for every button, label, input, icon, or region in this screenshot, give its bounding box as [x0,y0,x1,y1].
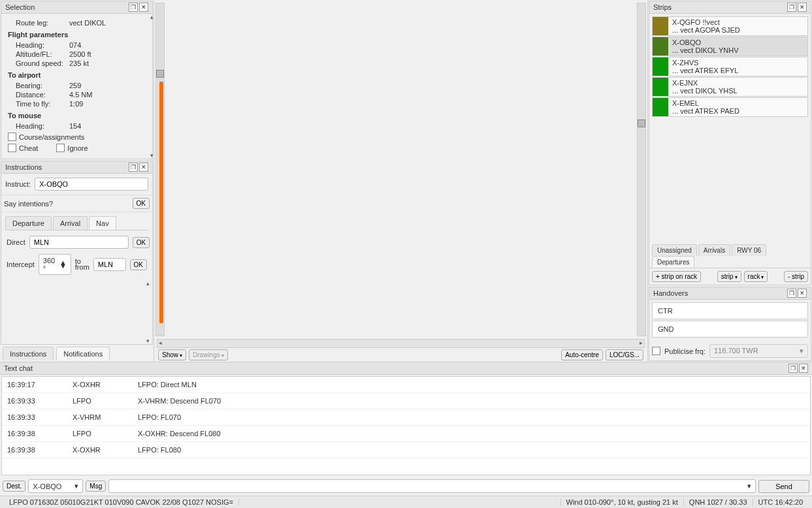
restore-icon[interactable]: ❐ [788,364,798,373]
cheat-checkbox[interactable] [8,144,16,152]
dest-value: X-OBQO [33,483,61,490]
close-icon[interactable]: ✕ [799,364,808,373]
handover-gnd[interactable]: GND [652,321,808,338]
ignore-checkbox[interactable] [56,144,65,152]
frequency-value: 118.700 TWR [714,347,758,355]
tab-rwy06[interactable]: RWY 06 [732,244,766,256]
strip-line2: ... vect AGOPA SJED [672,26,804,34]
dest-select[interactable]: X-OBQO▾ [28,479,83,493]
handovers-title: Handovers [653,289,787,297]
status-bar: LFPO 071630Z 05010G21KT 010V090 CAVOK 22… [0,496,812,508]
close-icon[interactable]: ✕ [798,289,807,298]
strip-line2: ... vect DIKOL YNHV [672,46,804,54]
strip-color [653,78,668,96]
chat-sender: X-VHRM [73,413,138,421]
scroll-down-icon[interactable]: ▾ [146,338,150,344]
flight-strip[interactable]: X-QGFO !!vect... vect AGOPA SJED [652,16,808,36]
publicise-checkbox[interactable] [652,347,660,355]
direct-ok-button[interactable]: OK [133,237,150,248]
say-ok-button[interactable]: OK [133,198,150,209]
tab-unassigned[interactable]: Unassigned [652,244,697,256]
strip-line2: ... vect DIKOL YHSL [672,87,804,95]
restore-icon[interactable]: ❐ [787,3,796,12]
msg-button[interactable]: Msg [86,481,106,492]
chat-row: 16:39:38X-OXHRLFPO: FL080 [2,442,810,458]
chat-sender: LFPO [73,430,138,437]
handovers-panel: Handovers ❐ ✕ CTR GND Publicise frq: 118… [649,287,811,361]
frequency-select[interactable]: 118.700 TWR▾ [709,344,808,358]
chat-message: LFPO: Direct MLN [138,381,197,389]
strips-panel: Strips ❐ ✕ X-QGFO !!vect... vect AGOPA S… [649,1,811,285]
chat-row: 16:39:38LFPOX-OXHR: Descend FL080 [2,426,810,442]
tab-instructions[interactable]: Instructions [3,347,54,360]
dest-button[interactable]: Dest. [3,481,25,492]
tab-notifications[interactable]: Notifications [56,347,110,360]
intercept-degree-stepper[interactable]: 360 °▲▼ [39,254,71,275]
scroll-down-icon[interactable]: ▾ [150,152,154,159]
right-slider[interactable] [637,3,646,336]
restore-icon[interactable]: ❐ [787,289,796,298]
horizontal-scrollbar[interactable]: ◂ ▸ [157,339,645,348]
distance-label: Distance: [16,91,69,99]
strip-color [653,57,668,76]
tab-departure[interactable]: Departure [5,216,52,230]
chat-message: X-VHRM: Descend FL070 [138,397,221,405]
selection-panel: Selection ❐ ✕ Route leg:vect DIKOL Fligh… [1,1,153,159]
instruct-label: Instruct: [5,180,31,188]
strip-line1: X-EJNX [672,79,804,87]
say-intentions-label: Say intentions? [4,200,129,208]
remove-strip-button[interactable]: - strip [784,271,808,282]
chat-message: X-OXHR: Descend FL080 [138,430,221,437]
flight-strip[interactable]: X-OBQO... vect DIKOL YNHV [652,37,808,56]
chat-time: 16:39:33 [7,397,73,405]
chat-title: Text chat [4,364,788,372]
direct-input[interactable] [29,236,129,249]
restore-icon[interactable]: ❐ [129,3,138,12]
intercept-input[interactable] [93,258,126,271]
strip-color [653,37,668,56]
tab-departures[interactable]: Departures [652,256,694,268]
chat-input[interactable]: ▾ [108,479,756,493]
drawings-button[interactable]: Drawings [189,349,228,360]
to-airport-heading: To airport [8,71,146,79]
flight-strip[interactable]: X-ZHVS... vect ATREX EFYL [652,57,808,76]
chat-time: 16:39:17 [7,381,73,389]
instruct-input[interactable] [35,178,148,191]
strip-line1: X-OBQO [672,39,804,46]
locgs-button[interactable]: LOC/GS... [606,349,643,360]
add-strip-button[interactable]: + strip on rack [652,271,701,282]
instructions-title: Instructions [5,163,129,171]
flight-strip[interactable]: X-EJNX... vect DIKOL YHSL [652,77,808,97]
autocentre-button[interactable]: Auto-centre [561,349,603,360]
status-qnh: QNH 1027 / 30.33 [684,498,753,506]
chat-row: 16:39:17X-OXHRLFPO: Direct MLN [2,377,810,393]
close-icon[interactable]: ✕ [798,3,807,12]
close-icon[interactable]: ✕ [139,3,148,12]
send-button[interactable]: Send [758,480,809,493]
close-icon[interactable]: ✕ [139,163,148,172]
vertical-range-slider[interactable] [159,82,163,323]
chat-sender: LFPO [73,397,138,405]
groundspeed-label: Ground speed: [16,59,69,67]
route-leg-value: vect DIKOL [69,19,106,27]
intercept-ok-button[interactable]: OK [130,259,147,270]
tab-arrival[interactable]: Arrival [53,216,88,230]
course-checkbox[interactable] [8,133,16,141]
cheat-label: Cheat [19,144,38,152]
strip-color [653,17,668,35]
intercept-label: Intercept [7,261,35,268]
rack-button[interactable]: rack [744,271,768,282]
tab-arrivals[interactable]: Arrivals [698,244,730,256]
scroll-up-icon[interactable]: ▴ [150,14,154,20]
instructions-panel: Instructions ❐ ✕ Instruct: Say intention… [1,161,153,345]
show-button[interactable]: Show [158,349,186,360]
handover-ctr[interactable]: CTR [652,302,808,319]
restore-icon[interactable]: ❐ [129,163,138,172]
flight-strip[interactable]: X-EMEL... vect ATREX PAED [652,97,808,117]
strip-line2: ... vect ATREX EFYL [672,67,804,74]
scroll-up-icon[interactable]: ▴ [146,280,150,287]
altitude-value: 2500 ft [69,50,91,58]
chat-panel: Text chat ❐ ✕ 16:39:17X-OXHRLFPO: Direct… [0,362,812,496]
tab-nav[interactable]: Nav [89,216,116,230]
strip-button[interactable]: strip [717,271,741,282]
